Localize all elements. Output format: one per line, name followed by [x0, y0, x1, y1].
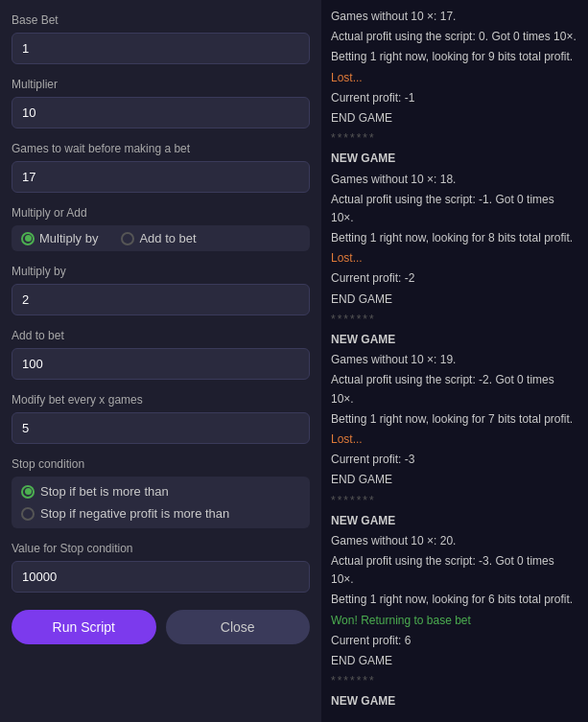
radio-stop-bet[interactable]: Stop if bet is more than: [21, 484, 300, 499]
log-line: *******: [331, 492, 578, 510]
multiplier-input[interactable]: [12, 97, 310, 128]
radio-add-dot: [121, 232, 134, 245]
multiplier-label: Multiplier: [12, 78, 310, 91]
games-wait-input[interactable]: [12, 161, 310, 193]
log-line: Betting 1 right now, looking for 6 bits …: [331, 591, 578, 609]
add-to-bet-group: Add to bet: [12, 329, 310, 380]
log-line: Actual profit using the script: -3. Got …: [331, 552, 578, 589]
radio-add-label: Add to bet: [139, 231, 196, 245]
log-line: NEW GAME: [331, 692, 578, 710]
log-line: NEW GAME: [331, 512, 578, 530]
base-bet-label: Base Bet: [12, 13, 310, 27]
multiply-or-add-toggle: Multiply by Add to bet: [12, 225, 310, 251]
log-line: Current profit: -1: [331, 89, 578, 107]
log-line: Actual profit using the script: -2. Got …: [331, 371, 578, 408]
games-wait-label: Games to wait before making a bet: [12, 142, 310, 155]
radio-stop-negative-dot: [21, 507, 35, 521]
value-stop-group: Value for Stop condition: [12, 542, 310, 593]
log-line: *******: [331, 672, 578, 690]
multiply-by-label: Multiply by: [12, 265, 310, 278]
log-line: Games without 10 ×: 18.: [331, 171, 578, 189]
base-bet-group: Base Bet: [12, 13, 310, 64]
multiply-by-group: Multiply by: [12, 265, 310, 315]
log-line: Betting 1 right now, looking for 8 bits …: [331, 229, 578, 247]
log-line: Current profit: 6: [331, 632, 578, 650]
log-line: Actual profit using the script: -1. Got …: [331, 191, 578, 227]
multiply-or-add-label: Multiply or Add: [12, 206, 310, 220]
stop-condition-group: Stop condition Stop if bet is more than …: [12, 457, 310, 528]
stop-condition-label: Stop condition: [12, 457, 310, 471]
log-line: Lost...: [331, 249, 578, 268]
log-line: Current profit: -3: [331, 451, 578, 469]
radio-multiply-by[interactable]: Multiply by: [21, 231, 98, 245]
log-line: Betting 1 right now, looking for 9 bits …: [331, 48, 578, 66]
radio-stop-bet-label: Stop if bet is more than: [40, 484, 169, 499]
log-line: Betting 1 right now, looking for 7 bits …: [331, 410, 578, 429]
stop-condition-radios: Stop if bet is more than Stop if negativ…: [12, 477, 310, 528]
left-panel: Base Bet Multiplier Games to wait before…: [0, 0, 321, 722]
log-line: Games without 10 ×: 17.: [331, 8, 578, 26]
radio-stop-bet-dot: [21, 485, 35, 499]
radio-stop-negative-label: Stop if negative profit is more than: [40, 506, 229, 521]
log-line: Current profit: -2: [331, 269, 578, 288]
add-to-bet-input[interactable]: [12, 348, 310, 380]
log-line: Lost...: [331, 431, 578, 449]
modify-bet-input[interactable]: [12, 412, 310, 444]
multiply-by-input[interactable]: [12, 284, 310, 315]
log-line: END GAME: [331, 291, 578, 309]
log-line: Lost...: [331, 69, 578, 87]
modify-bet-group: Modify bet every x games: [12, 393, 310, 444]
log-line: NEW GAME: [331, 150, 578, 168]
action-buttons: Run Script Close: [12, 610, 310, 644]
games-wait-group: Games to wait before making a bet: [12, 142, 310, 193]
modify-bet-label: Modify bet every x games: [12, 393, 310, 407]
log-line: Won! Returning to base bet: [331, 612, 578, 630]
radio-add-to-bet[interactable]: Add to bet: [121, 231, 196, 245]
log-panel[interactable]: Games without 10 ×: 17.Actual profit usi…: [321, 0, 588, 722]
log-line: *******: [331, 311, 578, 329]
log-line: Games without 10 ×: 19.: [331, 351, 578, 369]
multiply-or-add-group: Multiply or Add Multiply by Add to bet: [12, 206, 310, 251]
base-bet-input[interactable]: [12, 33, 310, 64]
run-script-button[interactable]: Run Script: [12, 610, 156, 644]
value-stop-label: Value for Stop condition: [12, 542, 310, 555]
value-stop-input[interactable]: [12, 561, 310, 593]
log-line: END GAME: [331, 109, 578, 128]
log-line: END GAME: [331, 652, 578, 670]
log-line: END GAME: [331, 471, 578, 489]
log-line: Actual profit using the script: 0. Got 0…: [331, 28, 578, 46]
radio-multiply-dot: [21, 232, 35, 245]
radio-multiply-label: Multiply by: [39, 231, 98, 245]
radio-stop-negative[interactable]: Stop if negative profit is more than: [21, 506, 300, 521]
close-button[interactable]: Close: [166, 610, 311, 644]
add-to-bet-label: Add to bet: [12, 329, 310, 342]
log-line: Games without 10 ×: 20.: [331, 532, 578, 550]
log-line: NEW GAME: [331, 331, 578, 349]
multiplier-group: Multiplier: [12, 78, 310, 128]
log-line: *******: [331, 129, 578, 148]
